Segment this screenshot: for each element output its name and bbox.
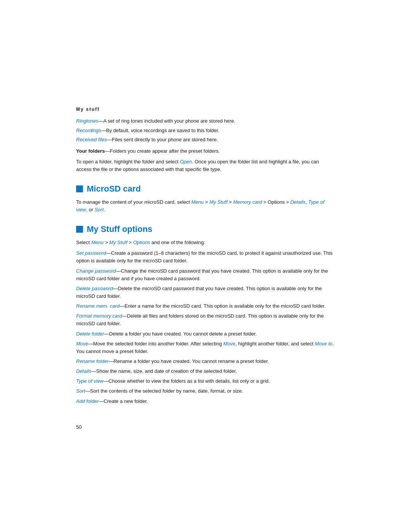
open-link[interactable]: Open <box>180 159 192 165</box>
move-term[interactable]: Move <box>76 341 88 347</box>
move-inline-link[interactable]: Move <box>223 341 236 347</box>
rename-folder-desc: —Rename a folder you have created. You c… <box>108 358 269 364</box>
microsd-intro-para: To manage the content of your microSD ca… <box>76 198 335 214</box>
set-password-term[interactable]: Set password <box>76 250 106 256</box>
option-delete-password: Delete password—Delete the microSD card … <box>76 285 335 300</box>
options-list: Set password—Create a password (1–8 char… <box>76 249 335 405</box>
add-folder-desc: —Create a new folder. <box>99 398 148 404</box>
sort-desc: —Sort the contents of the selected folde… <box>85 388 243 394</box>
option-details: Details—Show the name, size, and date of… <box>76 367 335 375</box>
option-set-password: Set password—Create a password (1–8 char… <box>76 249 335 265</box>
mystuff-options-heading: My Stuff options <box>76 224 335 234</box>
page-number: 50 <box>76 424 335 430</box>
change-password-term[interactable]: Change password <box>76 268 116 274</box>
option-delete-folder: Delete folder—Delete a folder you have c… <box>76 330 335 338</box>
list-item: Recordings—By default, voice recordings … <box>76 127 335 134</box>
select-line: Select Menu > My Stuff > Options and one… <box>76 239 335 246</box>
received-files-link[interactable]: Received files <box>76 137 107 142</box>
move-to-link[interactable]: Move to <box>315 341 332 347</box>
rename-mem-card-term[interactable]: Rename mem. card <box>76 303 119 309</box>
mystuff-heading-square <box>76 226 83 233</box>
option-sort: Sort—Sort the contents of the selected f… <box>76 387 335 395</box>
menu-link2[interactable]: Menu <box>91 240 104 245</box>
page-container: My stuff Ringtones—A set of ring tones i… <box>0 0 411 532</box>
type-of-view-term[interactable]: Type of view <box>76 378 104 384</box>
option-rename-mem-card: Rename mem. card—Enter a name for the mi… <box>76 302 335 310</box>
details-desc: —Show the name, size, and date of creati… <box>91 368 237 374</box>
recordings-link[interactable]: Recordings <box>76 128 101 133</box>
delete-folder-desc: —Delete a folder you have created. You c… <box>104 331 257 337</box>
option-move: Move—Move the selected folder into anoth… <box>76 340 335 355</box>
move-desc-1: —Move the selected folder into another f… <box>88 341 223 347</box>
format-memory-card-term[interactable]: Format memory card <box>76 313 122 319</box>
your-folders-text: —Folders you create appear after the pre… <box>105 148 220 154</box>
menu-link[interactable]: Menu <box>191 199 204 205</box>
mystuff-link[interactable]: My Stuff <box>209 199 228 205</box>
recordings-desc: —By default, voice recordings are saved … <box>101 128 220 133</box>
memory-card-link[interactable]: Memory card <box>233 199 262 205</box>
add-folder-term[interactable]: Add folder <box>76 398 99 404</box>
option-format-memory-card: Format memory card—Delete all files and … <box>76 312 335 328</box>
section-label: My stuff <box>76 107 335 112</box>
delete-password-desc: —Delete the microSD card password that y… <box>76 286 322 299</box>
mystuff-heading-text: My Stuff options <box>87 224 152 234</box>
move-desc-2: , highlight another folder, and select <box>235 341 315 347</box>
list-item: Received files—Files sent directly to yo… <box>76 136 335 144</box>
options-text: Options <box>268 199 285 205</box>
options-link[interactable]: Options <box>133 240 150 245</box>
ringtones-link[interactable]: Ringtones <box>76 118 99 124</box>
microsd-heading-square <box>76 185 83 192</box>
sort-term[interactable]: Sort <box>76 388 85 394</box>
ringtones-desc: —A set of ring tones included with your … <box>99 118 236 124</box>
option-add-folder: Add folder—Create a new folder. <box>76 398 335 405</box>
rename-folder-term[interactable]: Rename folder <box>76 358 108 364</box>
delete-folder-term[interactable]: Delete folder <box>76 331 104 337</box>
microsd-heading-text: MicroSD card <box>87 184 141 194</box>
option-change-password: Change password—Change the microSD card … <box>76 267 335 283</box>
mystuff-link2[interactable]: My Stuff <box>109 240 127 245</box>
received-files-desc: —Files sent directly to your phone are s… <box>107 137 218 142</box>
option-type-of-view: Type of view—Choose whether to view the … <box>76 377 335 385</box>
your-folders-para: Your folders—Folders you create appear a… <box>76 147 335 155</box>
rename-mem-card-desc: —Enter a name for the microSD card. This… <box>119 303 326 309</box>
list-item: Ringtones—A set of ring tones included w… <box>76 117 335 125</box>
set-password-desc: —Create a password (1–8 characters) for … <box>76 250 333 264</box>
sort-link[interactable]: Sort <box>94 207 104 212</box>
details-link[interactable]: Details <box>290 199 306 205</box>
your-folders-bold: Your folders <box>76 148 105 154</box>
open-folder-para: To open a folder, highlight the folder a… <box>76 158 335 173</box>
option-rename-folder: Rename folder—Rename a folder you have c… <box>76 358 335 365</box>
type-of-view-desc: —Choose whether to view the folders as a… <box>104 378 270 384</box>
intro-list: Ringtones—A set of ring tones included w… <box>76 117 335 144</box>
details-term[interactable]: Details <box>76 368 91 374</box>
delete-password-term[interactable]: Delete password <box>76 286 113 291</box>
microsd-heading: MicroSD card <box>76 184 335 194</box>
